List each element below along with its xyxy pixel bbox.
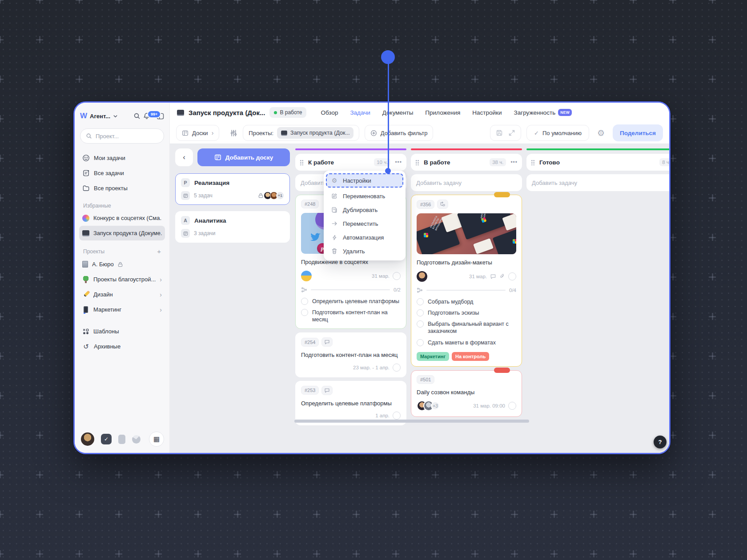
sidebar-item-favorite-contest[interactable]: Конкурс в соцсетях (Сма... bbox=[79, 211, 165, 225]
task-card-501[interactable]: #501 Daily созвон команды +3 31 мар. 09:… bbox=[411, 370, 522, 417]
task-card-356[interactable]: #356 КАТАЛОГИ БУКЛЕТЫ БРОШЮРЫ ЛИСТОВКИ Ф… bbox=[411, 195, 522, 367]
chevron-right-icon[interactable]: › bbox=[160, 291, 162, 298]
tab-workload[interactable]: Загруженность bbox=[514, 109, 556, 116]
tab-tasks[interactable]: Задачи bbox=[350, 109, 370, 116]
add-task-field[interactable]: Добавить задачу bbox=[411, 174, 522, 191]
subtasks-progress: 0/2 bbox=[301, 287, 401, 293]
status-badge[interactable]: В работе bbox=[269, 107, 306, 118]
menu-item-delete[interactable]: Удалить bbox=[327, 245, 402, 257]
checkbox-circle[interactable] bbox=[417, 320, 424, 328]
checkbox-circle[interactable] bbox=[417, 298, 424, 305]
checkbox-circle[interactable] bbox=[301, 309, 308, 316]
sidebar-item-project-landscaping[interactable]: Проекты благоустрой... › bbox=[79, 272, 165, 287]
contest-project-icon bbox=[82, 215, 89, 222]
sidebar-item-templates[interactable]: Шаблоны bbox=[79, 324, 165, 339]
filter-sliders-icon[interactable] bbox=[230, 129, 237, 137]
tab-apps[interactable]: Приложения bbox=[425, 109, 460, 116]
sidebar-item-archive[interactable]: ↺ Архивные bbox=[79, 339, 165, 354]
board-icon bbox=[181, 191, 190, 200]
board-task-count: 5 задач bbox=[194, 192, 213, 199]
task-card-254[interactable]: #254 Подготовить контент-план на месяц 2… bbox=[295, 332, 406, 377]
tutorial-connector-anchor-dot bbox=[385, 168, 391, 174]
complete-checkbox[interactable] bbox=[508, 272, 516, 280]
menu-item-settings[interactable]: ⚙ Настройки bbox=[326, 173, 403, 188]
task-id-badge: #356 bbox=[417, 200, 434, 209]
more-members-badge: +1 bbox=[276, 192, 284, 200]
complete-checkbox[interactable] bbox=[508, 402, 516, 410]
menu-item-rename[interactable]: Переименовать bbox=[327, 190, 402, 202]
checklist-item[interactable]: Подготовить контент-план на месяц bbox=[301, 309, 401, 324]
tag-control[interactable]: На контроль bbox=[452, 352, 489, 361]
sidebar-item-all-projects[interactable]: Все проекты bbox=[79, 181, 165, 196]
checklist-item[interactable]: Подготовить эскизы bbox=[417, 309, 516, 316]
tab-overview[interactable]: Обзор bbox=[321, 109, 338, 116]
comment-icon bbox=[321, 337, 333, 347]
add-task-field[interactable]: Добавить задачу bbox=[526, 174, 669, 191]
checkbox-circle[interactable] bbox=[417, 339, 424, 346]
checklist-item[interactable]: Определить целевые платформы bbox=[301, 298, 401, 305]
drag-handle-icon[interactable] bbox=[300, 159, 304, 165]
add-board-button[interactable]: Добавить доску bbox=[197, 148, 290, 166]
view-selector[interactable]: ✓ По умолчанию bbox=[526, 125, 589, 141]
tag-marketing[interactable]: Маркетинг bbox=[417, 352, 449, 361]
search-icon[interactable] bbox=[133, 112, 141, 120]
share-button[interactable]: Поделиться bbox=[613, 124, 663, 141]
docs-icon[interactable] bbox=[118, 435, 125, 444]
complete-checkbox[interactable] bbox=[393, 272, 401, 280]
chevron-down-icon[interactable] bbox=[113, 114, 118, 119]
tab-settings[interactable]: Настройки bbox=[472, 109, 502, 116]
complete-checkbox[interactable] bbox=[393, 364, 401, 372]
add-project-button[interactable]: + bbox=[157, 248, 161, 255]
column-menu-button[interactable]: ••• bbox=[510, 159, 518, 165]
board-item-analytics[interactable]: A Аналитика 3 задачи bbox=[175, 211, 290, 243]
sidebar-item-project-design[interactable]: Дизайн › bbox=[79, 287, 165, 302]
workspace-name[interactable]: Агент... bbox=[90, 113, 110, 120]
sidebar-item-project-marketing[interactable]: Маркетинг › bbox=[79, 302, 165, 317]
menu-item-duplicate[interactable]: Дублировать bbox=[327, 204, 402, 216]
apps-grid-button[interactable]: ▦ bbox=[149, 432, 164, 447]
search-input[interactable] bbox=[96, 133, 158, 140]
checkbox-circle[interactable] bbox=[301, 298, 308, 305]
checklist-item[interactable]: Собрать мудборд bbox=[417, 298, 516, 305]
horizontal-scrollbar[interactable] bbox=[294, 420, 529, 423]
stats-pie-icon[interactable] bbox=[132, 435, 141, 444]
help-button[interactable]: ? bbox=[654, 436, 667, 448]
tab-documents[interactable]: Документы bbox=[382, 109, 414, 116]
project-search-field[interactable] bbox=[80, 128, 164, 144]
notifications-button[interactable]: 99+ bbox=[143, 112, 150, 120]
chevron-right-icon[interactable]: › bbox=[160, 276, 162, 283]
menu-item-move[interactable]: Переместить bbox=[327, 217, 402, 230]
project-filter-chip[interactable]: Запуск продукта (Док... bbox=[277, 127, 353, 139]
expand-icon[interactable] bbox=[508, 129, 515, 136]
board-toolbar: Доски › Проекты: Запуск продукта (Док...… bbox=[170, 122, 669, 144]
drag-handle-icon[interactable] bbox=[531, 159, 535, 165]
boards-view-button[interactable]: Доски › bbox=[176, 125, 219, 141]
column-header[interactable]: В работе 38 ч. ••• bbox=[411, 154, 522, 171]
column-menu-button[interactable]: ••• bbox=[395, 159, 402, 165]
projects-filter[interactable]: Проекты: Запуск продукта (Док... bbox=[243, 125, 359, 141]
more-assignees-badge: +3 bbox=[431, 401, 440, 410]
drag-handle-icon[interactable] bbox=[415, 159, 419, 165]
add-filter-button[interactable]: Добавить фильтр bbox=[365, 125, 434, 141]
gear-icon[interactable]: ⚙ bbox=[597, 128, 605, 138]
gear-icon: ⚙ bbox=[331, 177, 338, 184]
sidebar-item-project-bureau[interactable]: А. Бюро bbox=[79, 257, 165, 272]
chevron-right-icon[interactable]: › bbox=[160, 306, 162, 313]
checkbox-circle[interactable] bbox=[417, 309, 424, 316]
task-card-253[interactable]: #253 Определить целевые платформы 1 апр. bbox=[295, 381, 406, 426]
user-avatar[interactable] bbox=[81, 432, 94, 446]
column-header[interactable]: К работе 10 ч. ••• bbox=[295, 154, 406, 171]
complete-checkbox[interactable] bbox=[393, 412, 401, 420]
sidebar-item-favorite-product-launch[interactable]: Запуск продукта (Докуме... bbox=[79, 226, 165, 240]
tasks-check-icon[interactable]: ✓ bbox=[101, 434, 112, 444]
board-item-realization[interactable]: P Реализация 5 задач bbox=[175, 173, 290, 205]
checklist-item[interactable]: Сдать макеты в форматах bbox=[417, 339, 516, 346]
board-name: Аналитика bbox=[194, 217, 226, 224]
save-icon[interactable] bbox=[496, 129, 503, 136]
collapse-boards-button[interactable]: ‹ bbox=[175, 148, 193, 166]
sidebar-item-all-tasks[interactable]: Все задачи bbox=[79, 166, 165, 180]
checklist-item[interactable]: Выбрать финальный вариант с заказчиком bbox=[417, 320, 516, 335]
menu-item-automation[interactable]: Автоматизация bbox=[327, 231, 402, 244]
sidebar-item-my-tasks[interactable]: Мои задачи bbox=[79, 151, 165, 165]
column-header[interactable]: Готово 8 ч. bbox=[526, 154, 669, 171]
